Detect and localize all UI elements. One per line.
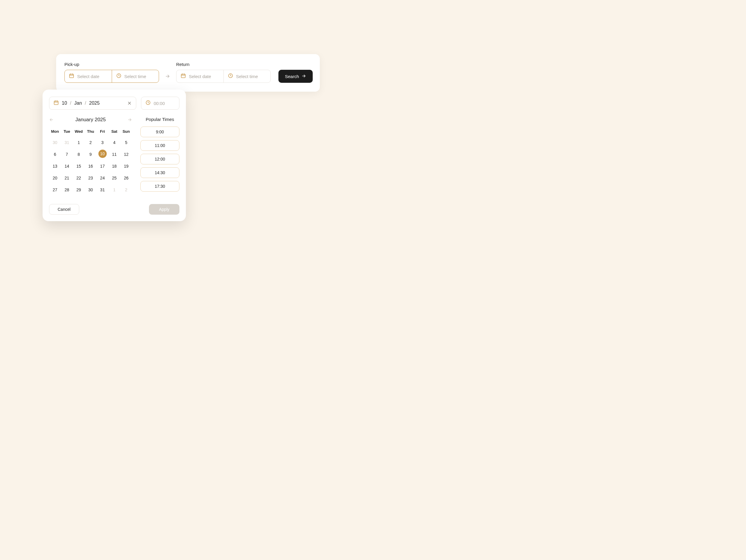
calendar-day[interactable]: 30 — [85, 185, 96, 195]
calendar-day[interactable]: 22 — [73, 173, 85, 183]
calendar-day[interactable]: 20 — [49, 173, 61, 183]
weekday-label: Wed — [73, 128, 85, 135]
time-placeholder: 00:00 — [154, 101, 165, 106]
clock-icon — [116, 73, 121, 80]
search-button[interactable]: Search — [279, 70, 313, 83]
weekday-label: Sun — [120, 128, 132, 135]
return-date-field[interactable]: Select date — [176, 70, 224, 83]
calendar-day[interactable]: 2 — [85, 138, 96, 147]
date-input[interactable]: 10 / Jan / 2025 — [49, 97, 136, 110]
clock-icon — [145, 100, 151, 107]
calendar-day[interactable]: 31 — [97, 185, 109, 195]
month-navigation: January 2025 — [49, 117, 132, 123]
pickup-date-placeholder: Select date — [77, 74, 99, 79]
apply-button[interactable]: Apply — [149, 204, 179, 215]
calendar-day[interactable]: 2 — [120, 185, 132, 195]
return-label: Return — [176, 62, 271, 67]
calendar-day[interactable]: 14 — [61, 162, 73, 171]
popover-footer: Cancel Apply — [49, 204, 179, 215]
search-card: Pick-up Select date Select time Return — [56, 54, 320, 92]
month-title: January 2025 — [75, 117, 106, 123]
calendar-day[interactable]: 7 — [61, 149, 73, 159]
calendar-day[interactable]: 12 — [120, 149, 132, 159]
days-grid: 3031123456789101112131415161718192021222… — [49, 138, 132, 195]
cancel-button[interactable]: Cancel — [49, 204, 79, 215]
popular-time-option[interactable]: 14:30 — [140, 167, 179, 178]
popular-times-title: Popular Times — [140, 117, 179, 122]
pickup-segment: Pick-up Select date Select time — [64, 62, 159, 83]
date-sep: / — [85, 101, 86, 106]
popover-body: January 2025 MonTueWedThuFriSatSun 30311… — [49, 117, 179, 195]
calendar-day[interactable]: 31 — [61, 138, 73, 147]
popular-times: Popular Times 9:0011:0012:0014:3017:30 — [140, 117, 179, 195]
pickup-date-field[interactable]: Select date — [65, 70, 112, 83]
popular-time-option[interactable]: 17:30 — [140, 181, 179, 192]
calendar: January 2025 MonTueWedThuFriSatSun 30311… — [49, 117, 132, 195]
calendar-day[interactable]: 27 — [49, 185, 61, 195]
calendar-day[interactable]: 16 — [85, 162, 96, 171]
calendar-day[interactable]: 1 — [73, 138, 85, 147]
calendar-day[interactable]: 13 — [49, 162, 61, 171]
pickup-time-field[interactable]: Select time — [112, 70, 159, 83]
calendar-icon — [69, 73, 74, 80]
return-date-placeholder: Select date — [189, 74, 211, 79]
calendar-day[interactable]: 25 — [109, 173, 120, 183]
weekday-header: MonTueWedThuFriSatSun — [49, 128, 132, 135]
search-button-label: Search — [285, 74, 299, 79]
calendar-day[interactable]: 1 — [109, 185, 120, 195]
calendar-day[interactable]: 9 — [85, 149, 96, 159]
calendar-day[interactable]: 17 — [97, 162, 109, 171]
date-year: 2025 — [89, 101, 100, 106]
calendar-day[interactable]: 30 — [49, 138, 61, 147]
weekday-label: Fri — [97, 128, 109, 135]
calendar-day[interactable]: 29 — [73, 185, 85, 195]
pickup-label: Pick-up — [64, 62, 159, 67]
time-input[interactable]: 00:00 — [141, 97, 179, 110]
date-month: Jan — [74, 101, 82, 106]
return-segment: Return Select date Select time — [176, 62, 271, 83]
calendar-icon — [180, 73, 186, 80]
calendar-day[interactable]: 4 — [109, 138, 120, 147]
calendar-day[interactable]: 24 — [97, 173, 109, 183]
svg-rect-2 — [181, 74, 185, 78]
calendar-day[interactable]: 3 — [97, 138, 109, 147]
date-sep: / — [70, 101, 71, 106]
clock-icon — [228, 73, 233, 80]
calendar-day[interactable]: 26 — [120, 173, 132, 183]
clear-date-button[interactable] — [127, 101, 132, 106]
calendar-icon — [54, 100, 59, 107]
pickup-time-placeholder: Select time — [124, 74, 146, 79]
calendar-day[interactable]: 19 — [120, 162, 132, 171]
svg-rect-0 — [69, 74, 74, 78]
prev-month-button[interactable] — [49, 117, 54, 122]
popover-inputs: 10 / Jan / 2025 00:00 — [49, 97, 179, 110]
weekday-label: Tue — [61, 128, 73, 135]
date-day: 10 — [62, 101, 67, 106]
calendar-day[interactable]: 28 — [61, 185, 73, 195]
weekday-label: Sat — [109, 128, 120, 135]
weekday-label: Thu — [85, 128, 96, 135]
calendar-day[interactable]: 15 — [73, 162, 85, 171]
calendar-day[interactable]: 18 — [109, 162, 120, 171]
popular-time-option[interactable]: 9:00 — [140, 127, 179, 137]
popular-time-option[interactable]: 12:00 — [140, 154, 179, 164]
return-time-field[interactable]: Select time — [224, 70, 271, 83]
calendar-day[interactable]: 8 — [73, 149, 85, 159]
pickup-field-group: Select date Select time — [64, 70, 159, 83]
calendar-day[interactable]: 5 — [120, 138, 132, 147]
arrow-right-icon — [302, 74, 306, 79]
return-field-group: Select date Select time — [176, 70, 271, 83]
return-time-placeholder: Select time — [236, 74, 258, 79]
next-month-button[interactable] — [127, 117, 132, 122]
calendar-day[interactable]: 6 — [49, 149, 61, 159]
calendar-day[interactable]: 23 — [85, 173, 96, 183]
calendar-day[interactable]: 10 — [98, 149, 107, 158]
datetime-popover: 10 / Jan / 2025 00:00 January 2025 — [42, 90, 186, 221]
arrow-separator — [165, 70, 170, 83]
calendar-day[interactable]: 11 — [109, 149, 120, 159]
calendar-day[interactable]: 21 — [61, 173, 73, 183]
svg-rect-4 — [54, 101, 58, 105]
popular-time-option[interactable]: 11:00 — [140, 140, 179, 151]
weekday-label: Mon — [49, 128, 61, 135]
